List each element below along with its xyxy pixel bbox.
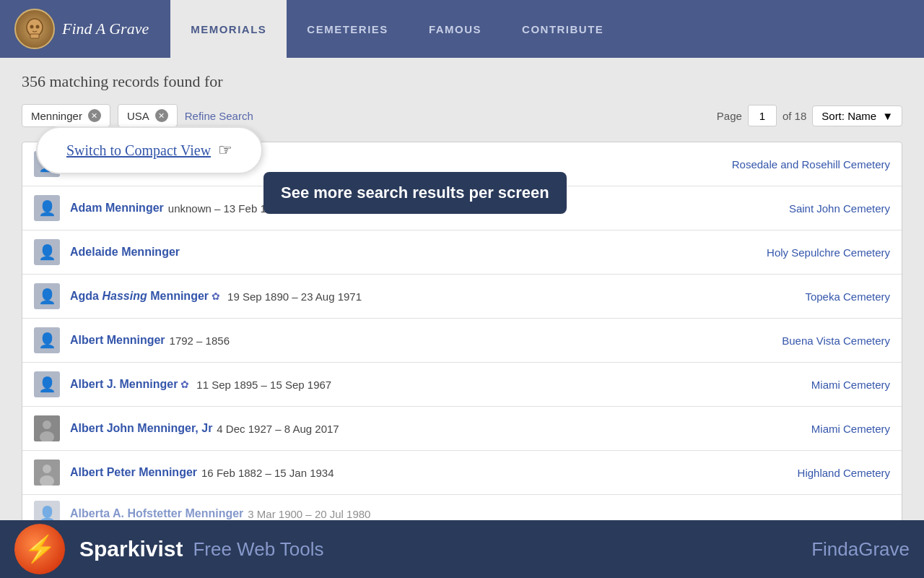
table-row: 👤 Adelaide Menninger Holy Sepulchre Ceme… <box>22 230 902 275</box>
flower-icon: ✿ <box>212 290 220 302</box>
cemetery-name[interactable]: Miami Cemetery <box>811 379 890 391</box>
filter-menninger[interactable]: Menninger ✕ <box>22 104 110 127</box>
nav-item-famous[interactable]: FAMOUS <box>409 0 502 58</box>
result-dates: 1792 – 1856 <box>170 335 230 347</box>
table-row: Albert Peter Menninger 16 Feb 1882 – 15 … <box>22 451 902 495</box>
footer-logo: ⚡ <box>14 524 65 574</box>
svg-point-2 <box>30 25 34 29</box>
result-name[interactable]: Alberta A. Hofstetter Menninger <box>70 507 243 520</box>
compact-view-bubble: Switch to Compact View ☞ <box>36 126 263 174</box>
avatar: 👤 <box>34 283 60 309</box>
cemetery-name[interactable]: Saint John Cemetery <box>789 202 890 215</box>
filter-menninger-remove[interactable]: ✕ <box>88 109 101 122</box>
footer-brand: Sparkivist <box>79 537 183 561</box>
avatar: 👤 <box>34 195 60 221</box>
cemetery-name[interactable]: Rosedale and Rosehill Cemetery <box>732 158 890 171</box>
avatar: 👤 <box>34 371 60 397</box>
logo-area[interactable]: Find A Grave <box>14 9 149 49</box>
avatar: 👤 <box>34 327 60 353</box>
results-description: matching records found for <box>50 72 223 90</box>
cemetery-name[interactable]: Buena Vista Cemetery <box>782 335 890 347</box>
tooltip-text: See more search results per screen <box>281 184 549 202</box>
logo-text: Find A Grave <box>62 20 149 38</box>
table-row: Albert John Menninger, Jr 4 Dec 1927 – 8… <box>22 407 902 451</box>
cursor-icon: ☞ <box>218 141 232 160</box>
results-count: 356 <box>22 72 45 90</box>
svg-point-3 <box>36 25 40 29</box>
nav-bar: Find A Grave MEMORIALS CEMETERIES FAMOUS… <box>0 0 924 58</box>
filter-menninger-label: Menninger <box>31 110 82 122</box>
sort-dropdown[interactable]: Sort: Name ▼ <box>812 105 902 126</box>
table-row: 👤 Agda Hassing Menninger ✿ 19 Sep 1890 –… <box>22 275 902 319</box>
person-icon: 👤 <box>38 243 56 261</box>
svg-point-5 <box>43 420 51 429</box>
table-row: 👤 Albert J. Menninger ✿ 11 Sep 1895 – 15… <box>22 363 902 407</box>
result-name[interactable]: Adam Menninger <box>70 202 164 215</box>
flower-icon: ✿ <box>180 379 189 390</box>
result-name[interactable]: Adelaide Menninger <box>70 246 180 259</box>
nav-items: MEMORIALS CEMETERIES FAMOUS CONTRIBUTE <box>170 0 624 58</box>
compact-view-link[interactable]: Switch to Compact View <box>66 142 211 159</box>
logo-icon <box>14 9 55 49</box>
tooltip: See more search results per screen <box>263 172 567 214</box>
svg-point-8 <box>43 465 51 473</box>
page-input[interactable] <box>748 105 777 126</box>
person-icon: 👤 <box>38 332 56 349</box>
result-name[interactable]: Agda Hassing Menninger <box>70 290 209 303</box>
result-name[interactable]: Albert Menninger <box>70 334 165 347</box>
result-name[interactable]: Albert J. Menninger <box>70 378 178 391</box>
footer-logo-circle: ⚡ <box>14 524 65 574</box>
filter-row: Menninger ✕ USA ✕ Refine Search Page of … <box>22 104 902 127</box>
of-pages: of 18 <box>783 110 806 122</box>
page-label: Page <box>717 110 742 122</box>
svg-rect-1 <box>30 34 39 38</box>
pagination-area: Page of 18 Sort: Name ▼ <box>717 105 902 126</box>
result-dates: 11 Sep 1895 – 15 Sep 1967 <box>196 379 331 391</box>
filter-usa-remove[interactable]: ✕ <box>155 109 168 122</box>
avatar-photo <box>34 460 60 486</box>
filter-usa-label: USA <box>127 110 149 122</box>
cemetery-name[interactable]: Miami Cemetery <box>811 423 890 435</box>
person-icon: 👤 <box>38 376 56 393</box>
cemetery-name[interactable]: Holy Sepulchre Cemetery <box>767 246 890 259</box>
svg-point-0 <box>27 19 43 36</box>
person-icon: 👤 <box>38 288 56 305</box>
result-name[interactable]: Albert John Menninger, Jr <box>70 422 212 435</box>
sort-label: Sort: Name <box>821 110 876 122</box>
cemetery-name[interactable]: Topeka Cemetery <box>805 290 890 303</box>
chevron-down-icon: ▼ <box>882 110 893 122</box>
filter-usa[interactable]: USA ✕ <box>118 104 178 127</box>
avatar-photo <box>34 415 60 441</box>
main-content: 356 matching records found for Menninger… <box>0 58 924 578</box>
nav-item-memorials[interactable]: MEMORIALS <box>170 0 287 58</box>
footer-right: FindaGrave <box>811 538 910 561</box>
results-header: 356 matching records found for <box>22 72 902 91</box>
footer-bar: ⚡ Sparkivist Free Web Tools FindaGrave <box>0 520 924 578</box>
result-dates: 3 Mar 1900 – 20 Jul 1980 <box>248 508 370 520</box>
cemetery-name[interactable]: Highland Cemetery <box>798 467 890 479</box>
avatar: 👤 <box>34 239 60 265</box>
refine-search-link[interactable]: Refine Search <box>185 110 253 122</box>
table-row: 👤 Albert Menninger 1792 – 1856 Buena Vis… <box>22 319 902 363</box>
result-dates: 19 Sep 1890 – 23 Aug 1971 <box>227 290 362 303</box>
result-name[interactable]: Albert Peter Menninger <box>70 466 197 479</box>
result-dates: 16 Feb 1882 – 15 Jan 1934 <box>201 467 334 479</box>
nav-item-contribute[interactable]: CONTRIBUTE <box>502 0 624 58</box>
result-dates: 4 Dec 1927 – 8 Aug 2017 <box>217 423 339 435</box>
person-icon: 👤 <box>38 199 56 217</box>
footer-tagline: Free Web Tools <box>193 538 323 561</box>
nav-item-cemeteries[interactable]: CEMETERIES <box>287 0 409 58</box>
